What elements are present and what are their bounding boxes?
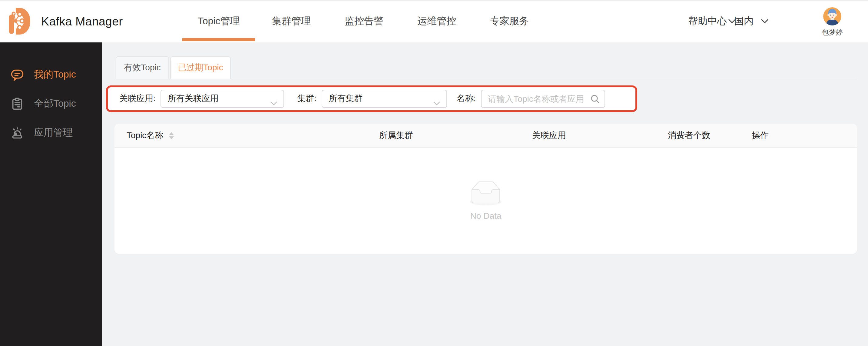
- help-center-link[interactable]: 帮助中心: [688, 0, 736, 42]
- main-nav: Topic管理 集群管理 监控告警 运维管控 专家服务: [182, 0, 546, 42]
- name-search-input[interactable]: [480, 90, 605, 108]
- chevron-down-icon: [270, 97, 277, 108]
- brand: Kafka Manager: [9, 0, 123, 42]
- comment-icon: [10, 67, 24, 82]
- app-filter-value: 所有关联应用: [168, 93, 219, 104]
- cluster-filter-label: 集群:: [298, 93, 317, 104]
- tab-expired-topic[interactable]: 已过期Topic: [170, 56, 231, 79]
- column-header-consumer-count: 消费者个数: [626, 130, 752, 141]
- sidebar: 我的Topic 全部Topic: [0, 42, 102, 346]
- kafka-manager-logo-icon: [9, 7, 30, 35]
- help-center-label: 帮助中心: [688, 15, 727, 28]
- chevron-down-icon: [761, 19, 769, 24]
- caret-up-icon: [169, 132, 174, 135]
- sidebar-item-label: 应用管理: [34, 126, 73, 139]
- region-label: 国内: [734, 15, 753, 28]
- topic-tabs: 有效Topic 已过期Topic: [116, 56, 232, 79]
- nav-item-expert[interactable]: 专家服务: [473, 0, 546, 42]
- tab-valid-topic[interactable]: 有效Topic: [116, 56, 169, 79]
- column-header-app: 关联应用: [472, 130, 626, 141]
- column-header-cluster: 所属集群: [320, 130, 472, 141]
- filter-bar-highlight-box: 关联应用: 所有关联应用 集群: 所有集群 名称:: [106, 85, 637, 112]
- cluster-filter-select[interactable]: 所有集群: [322, 90, 447, 108]
- chevron-down-icon: [433, 97, 440, 108]
- no-data-text: No Data: [470, 210, 501, 220]
- clipboard-icon: [10, 97, 24, 111]
- sidebar-item-label: 全部Topic: [34, 97, 76, 110]
- column-header-topic-name[interactable]: Topic名称: [115, 130, 320, 141]
- sidebar-item-my-topic[interactable]: 我的Topic: [0, 60, 102, 89]
- app-alarm-icon: [10, 126, 24, 140]
- sidebar-item-all-topic[interactable]: 全部Topic: [0, 89, 102, 118]
- app-filter-label: 关联应用:: [119, 93, 156, 104]
- sidebar-item-app-management[interactable]: 应用管理: [0, 118, 102, 147]
- user-menu[interactable]: 包梦婷: [819, 0, 845, 42]
- empty-inbox-icon: [466, 181, 505, 206]
- name-search-field: [480, 90, 605, 108]
- app-filter-select[interactable]: 所有关联应用: [160, 90, 284, 108]
- topic-table-card: Topic名称 所属集群 关联应用 消费者个数 操作: [115, 124, 857, 254]
- app-title: Kafka Manager: [41, 14, 123, 28]
- nav-item-monitor[interactable]: 监控告警: [328, 0, 400, 42]
- nav-item-ops[interactable]: 运维管控: [400, 0, 473, 42]
- name-filter-label: 名称:: [457, 93, 476, 104]
- sort-icon[interactable]: [169, 132, 174, 139]
- kafka-manager-app: Kafka Manager Topic管理 集群管理 监控告警 运维管控 专家服…: [0, 0, 868, 346]
- sidebar-item-label: 我的Topic: [34, 68, 76, 81]
- topbar: Kafka Manager Topic管理 集群管理 监控告警 运维管控 专家服…: [0, 0, 868, 42]
- user-name: 包梦婷: [819, 28, 845, 37]
- avatar[interactable]: [823, 7, 841, 25]
- column-header-actions: 操作: [752, 130, 857, 141]
- nav-item-topic[interactable]: Topic管理: [182, 0, 255, 42]
- region-selector[interactable]: 国内: [734, 0, 769, 42]
- table-empty-state: No Data: [115, 148, 857, 253]
- table-header-row: Topic名称 所属集群 关联应用 消费者个数 操作: [115, 124, 857, 148]
- cluster-filter-value: 所有集群: [329, 93, 363, 104]
- main-content: 有效Topic 已过期Topic 关联应用: 所有关联应用 集群: 所有集群 名…: [102, 42, 868, 346]
- caret-down-icon: [169, 136, 174, 139]
- search-icon[interactable]: [590, 94, 599, 106]
- nav-item-cluster[interactable]: 集群管理: [255, 0, 328, 42]
